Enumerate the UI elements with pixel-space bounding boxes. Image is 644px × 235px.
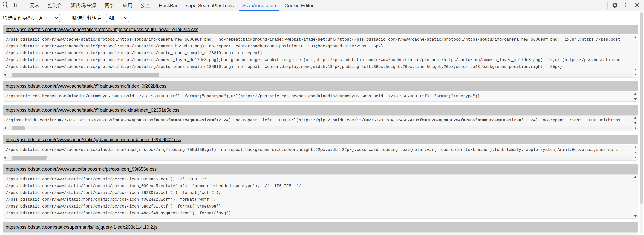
tab-elements[interactable]: 元素 [25, 0, 44, 11]
vertical-scrollbar[interactable] [634, 176, 637, 217]
horizontal-scrollbar-thumb[interactable] [12, 73, 159, 77]
section-code-panel: //,rurl=/^([\w.+-]+:)(?:\/\/([^\/?#:]*)(… [3, 232, 638, 235]
section-header: https://pss.bdstatic.com/static/superman… [3, 222, 638, 232]
file-url-link[interactable]: https://pss.bdstatic.com/r/www/cache/sta… [6, 137, 181, 142]
scroll-up-icon[interactable] [634, 146, 637, 148]
scroll-up-icon[interactable] [634, 117, 637, 119]
language-filter-label: 筛选注释语言: [72, 15, 104, 21]
code-line: //pss.bdstatic.com/r/www/cache/static/pr… [3, 50, 631, 57]
file-type-select[interactable]: All [37, 14, 60, 22]
code-line: //psstatic.cdn.bcebos.com/aladdin/Harmon… [3, 93, 631, 100]
code-line: //pss.bdstatic.com/r/www/cache/static/pr… [3, 43, 631, 50]
code-line: //pss.bdstatic.com/r/www/static/font/cos… [3, 176, 631, 183]
tab-cookie-editor[interactable]: Cookie-Editor [280, 0, 318, 11]
section-header: https://pss.bdstatic.com/r/www/cache/sta… [3, 25, 638, 34]
tab-application[interactable]: 应用 [118, 0, 137, 11]
section-code-panel: //pss.bdstatic.com/r/www/cache/static/pr… [3, 35, 638, 78]
device-toolbar-button[interactable] [11, 0, 22, 11]
devtools-tabs: 元素控制台源代码/来源网络应用安全HackBarsuperSearchPlusT… [25, 0, 318, 11]
code-line: //pss.bdstatic.com/r/www/cache/static/pr… [3, 36, 631, 43]
toolbar-divider [24, 2, 24, 9]
settings-button[interactable] [609, 0, 620, 11]
tab-scan-annotation[interactable]: ScanAnnotation [238, 0, 280, 11]
horizontal-scrollbar-thumb[interactable] [12, 126, 25, 130]
more-options-button[interactable] [620, 0, 631, 11]
file-url-link[interactable]: https://pss.bdstatic.com/static/superman… [6, 224, 157, 230]
page-scrollbar[interactable] [640, 12, 643, 234]
section-code-panel: //gips0.baidu.com/it/u=277657332,1183696… [3, 115, 638, 131]
annotation-section: https://pss.bdstatic.com/r/www/cache/sta… [3, 135, 638, 161]
file-url-link[interactable]: https://pss.bdstatic.com/r/www/cache/sta… [6, 83, 166, 89]
language-select[interactable]: All [106, 14, 129, 22]
annotation-section: https://pss.bdstatic.com/static/superman… [3, 222, 638, 235]
tab-super-search-plus-tools[interactable]: superSearchPlusTools [182, 0, 238, 11]
device-toolbar-icon [14, 2, 20, 9]
file-url-link[interactable]: https://pss.bdstatic.com/r/www/cache/sta… [6, 27, 198, 32]
horizontal-scrollbar[interactable] [3, 125, 638, 131]
code-line: //,rurl=/^([\w.+-]+:)(?:\/\/([^\/?#:]*)(… [3, 234, 631, 235]
code-line: //gips0.baidu.com/it/u=277657332,1183696… [3, 117, 631, 124]
section-header: https://pss.bdstatic.com/r/www/cache/sta… [3, 135, 638, 144]
section-code-panel: //pss.bdstatic.com/r/www/cache/static/al… [3, 145, 638, 161]
vertical-scrollbar[interactable] [634, 93, 637, 100]
section-header: https://pss.bdstatic.com/r/www/cache/sta… [3, 105, 638, 115]
code-line: //pss.bdstatic.com/r/www/static/font/cos… [3, 203, 631, 210]
scroll-up-icon[interactable] [634, 176, 637, 178]
settings-icon [612, 2, 618, 9]
file-type-filter-label: 筛选文件类型: [3, 15, 34, 21]
scroll-down-icon[interactable] [634, 122, 637, 124]
scroll-up-icon[interactable] [634, 36, 637, 38]
page-scrollbar-thumb[interactable] [640, 12, 643, 204]
inspect-element-button[interactable] [0, 0, 11, 11]
file-url-link[interactable]: https://pss.bdstatic.com/r/www/cache/sta… [6, 107, 179, 113]
scroll-right-icon[interactable] [635, 156, 636, 159]
horizontal-scrollbar-thumb[interactable] [12, 156, 47, 160]
vertical-scrollbar[interactable] [634, 146, 637, 153]
tab-console[interactable]: 控制台 [44, 0, 67, 11]
scroll-down-icon[interactable] [634, 98, 637, 100]
scroll-up-icon[interactable] [634, 93, 637, 95]
horizontal-scrollbar[interactable] [3, 155, 638, 160]
more-options-icon [623, 2, 629, 9]
close-icon [634, 2, 640, 9]
scroll-right-icon[interactable] [635, 127, 636, 129]
horizontal-scrollbar-track[interactable] [7, 156, 633, 160]
section-header: https://pss.bdstatic.com/r/www/static/fo… [3, 164, 638, 174]
code-line: //pss.bdstatic.com/r/www/cache/static/al… [3, 146, 631, 153]
horizontal-scrollbar-track[interactable] [7, 126, 633, 130]
tab-sources[interactable]: 源代码/来源 [67, 0, 100, 11]
toolbar-divider [607, 2, 608, 9]
code-line: //pss.bdstatic.com/r/www/cache/static/pr… [3, 57, 631, 64]
tab-hackbar[interactable]: HackBar [155, 0, 182, 11]
code-line: //pss.bdstatic.com/r/www/static/font/cos… [3, 196, 631, 203]
annotation-section: https://pss.bdstatic.com/r/www/cache/sta… [3, 105, 638, 131]
section-header: https://pss.bdstatic.com/r/www/cache/sta… [3, 81, 638, 91]
scroll-left-icon[interactable] [4, 156, 6, 159]
tab-security[interactable]: 安全 [137, 0, 155, 11]
vertical-scrollbar[interactable] [634, 117, 637, 124]
scroll-right-icon[interactable] [635, 73, 636, 76]
inspect-icon [3, 2, 9, 9]
code-line: //pss.bdstatic.com/r/www/static/font/cos… [3, 190, 631, 196]
code-line: //pss.bdstatic.com/r/www/static/font/cos… [3, 210, 631, 217]
tab-network[interactable]: 网络 [100, 0, 118, 11]
scroll-down-icon[interactable] [634, 215, 637, 217]
scroll-left-icon[interactable] [4, 127, 6, 129]
section-code-panel: //psstatic.cdn.bcebos.com/aladdin/Harmon… [3, 92, 638, 102]
horizontal-scrollbar[interactable] [3, 72, 638, 77]
section-code-panel: //pss.bdstatic.com/r/www/static/font/cos… [3, 174, 638, 219]
file-url-link[interactable]: https://pss.bdstatic.com/r/www/static/fo… [6, 166, 157, 172]
filter-bar: 筛选文件类型: All 筛选注释语言: All [0, 11, 644, 25]
scroll-down-icon[interactable] [634, 69, 637, 70]
code-line: //pss.bdstatic.com/r/www/static/font/cos… [3, 183, 631, 190]
close-devtools-button[interactable] [631, 0, 642, 11]
scroll-down-icon[interactable] [634, 152, 637, 153]
sections: https://pss.bdstatic.com/r/www/cache/sta… [0, 25, 644, 235]
annotation-section: https://pss.bdstatic.com/r/www/cache/sta… [3, 25, 638, 78]
devtools-toolbar: 元素控制台源代码/来源网络应用安全HackBarsuperSearchPlusT… [0, 0, 644, 11]
annotation-section: https://pss.bdstatic.com/r/www/static/fo… [3, 164, 638, 219]
code-line: //pss.bdstatic.com/r/www/cache/static/pr… [3, 64, 631, 70]
vertical-scrollbar[interactable] [634, 36, 637, 70]
horizontal-scrollbar-track[interactable] [7, 73, 633, 77]
scroll-left-icon[interactable] [4, 73, 6, 76]
